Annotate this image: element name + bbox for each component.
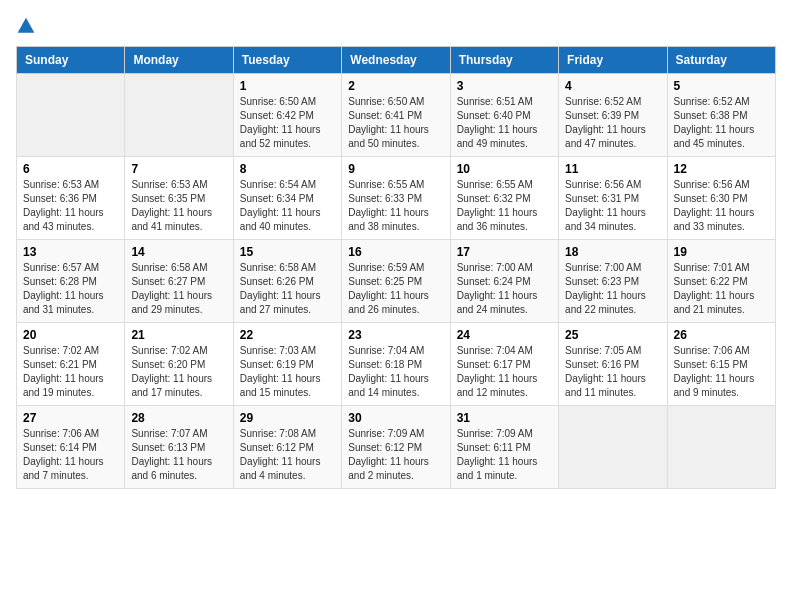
day-info: Sunrise: 7:08 AM Sunset: 6:12 PM Dayligh…	[240, 427, 335, 483]
day-info: Sunrise: 6:57 AM Sunset: 6:28 PM Dayligh…	[23, 261, 118, 317]
calendar-week-5: 27Sunrise: 7:06 AM Sunset: 6:14 PM Dayli…	[17, 406, 776, 489]
day-number: 2	[348, 79, 443, 93]
day-info: Sunrise: 7:03 AM Sunset: 6:19 PM Dayligh…	[240, 344, 335, 400]
day-number: 6	[23, 162, 118, 176]
day-info: Sunrise: 7:07 AM Sunset: 6:13 PM Dayligh…	[131, 427, 226, 483]
calendar-cell: 19Sunrise: 7:01 AM Sunset: 6:22 PM Dayli…	[667, 240, 775, 323]
day-number: 1	[240, 79, 335, 93]
calendar-cell: 12Sunrise: 6:56 AM Sunset: 6:30 PM Dayli…	[667, 157, 775, 240]
weekday-header-sunday: Sunday	[17, 47, 125, 74]
day-info: Sunrise: 6:58 AM Sunset: 6:26 PM Dayligh…	[240, 261, 335, 317]
calendar-cell: 4Sunrise: 6:52 AM Sunset: 6:39 PM Daylig…	[559, 74, 667, 157]
calendar-cell	[667, 406, 775, 489]
calendar-cell: 18Sunrise: 7:00 AM Sunset: 6:23 PM Dayli…	[559, 240, 667, 323]
day-number: 8	[240, 162, 335, 176]
day-number: 20	[23, 328, 118, 342]
day-number: 27	[23, 411, 118, 425]
day-info: Sunrise: 6:50 AM Sunset: 6:41 PM Dayligh…	[348, 95, 443, 151]
logo-icon	[16, 16, 36, 36]
calendar-week-3: 13Sunrise: 6:57 AM Sunset: 6:28 PM Dayli…	[17, 240, 776, 323]
svg-marker-0	[18, 18, 35, 33]
day-number: 29	[240, 411, 335, 425]
day-number: 21	[131, 328, 226, 342]
day-info: Sunrise: 6:52 AM Sunset: 6:39 PM Dayligh…	[565, 95, 660, 151]
day-number: 11	[565, 162, 660, 176]
calendar-cell: 24Sunrise: 7:04 AM Sunset: 6:17 PM Dayli…	[450, 323, 558, 406]
calendar-cell: 22Sunrise: 7:03 AM Sunset: 6:19 PM Dayli…	[233, 323, 341, 406]
page-header	[16, 16, 776, 36]
day-info: Sunrise: 6:54 AM Sunset: 6:34 PM Dayligh…	[240, 178, 335, 234]
day-info: Sunrise: 6:58 AM Sunset: 6:27 PM Dayligh…	[131, 261, 226, 317]
calendar-cell: 3Sunrise: 6:51 AM Sunset: 6:40 PM Daylig…	[450, 74, 558, 157]
day-number: 12	[674, 162, 769, 176]
day-info: Sunrise: 6:52 AM Sunset: 6:38 PM Dayligh…	[674, 95, 769, 151]
calendar-cell	[559, 406, 667, 489]
weekday-header-thursday: Thursday	[450, 47, 558, 74]
calendar-cell: 14Sunrise: 6:58 AM Sunset: 6:27 PM Dayli…	[125, 240, 233, 323]
day-info: Sunrise: 7:01 AM Sunset: 6:22 PM Dayligh…	[674, 261, 769, 317]
day-number: 9	[348, 162, 443, 176]
calendar-cell: 31Sunrise: 7:09 AM Sunset: 6:11 PM Dayli…	[450, 406, 558, 489]
weekday-header-monday: Monday	[125, 47, 233, 74]
day-number: 28	[131, 411, 226, 425]
calendar-cell: 21Sunrise: 7:02 AM Sunset: 6:20 PM Dayli…	[125, 323, 233, 406]
weekday-header-wednesday: Wednesday	[342, 47, 450, 74]
logo	[16, 16, 40, 36]
day-info: Sunrise: 6:56 AM Sunset: 6:31 PM Dayligh…	[565, 178, 660, 234]
day-number: 24	[457, 328, 552, 342]
day-number: 25	[565, 328, 660, 342]
calendar-cell: 30Sunrise: 7:09 AM Sunset: 6:12 PM Dayli…	[342, 406, 450, 489]
day-info: Sunrise: 7:04 AM Sunset: 6:17 PM Dayligh…	[457, 344, 552, 400]
day-info: Sunrise: 6:56 AM Sunset: 6:30 PM Dayligh…	[674, 178, 769, 234]
day-info: Sunrise: 7:04 AM Sunset: 6:18 PM Dayligh…	[348, 344, 443, 400]
day-number: 10	[457, 162, 552, 176]
calendar-cell: 23Sunrise: 7:04 AM Sunset: 6:18 PM Dayli…	[342, 323, 450, 406]
day-info: Sunrise: 7:06 AM Sunset: 6:15 PM Dayligh…	[674, 344, 769, 400]
day-info: Sunrise: 7:09 AM Sunset: 6:11 PM Dayligh…	[457, 427, 552, 483]
day-number: 15	[240, 245, 335, 259]
weekday-header-tuesday: Tuesday	[233, 47, 341, 74]
calendar-cell: 15Sunrise: 6:58 AM Sunset: 6:26 PM Dayli…	[233, 240, 341, 323]
day-info: Sunrise: 7:05 AM Sunset: 6:16 PM Dayligh…	[565, 344, 660, 400]
day-number: 14	[131, 245, 226, 259]
day-number: 18	[565, 245, 660, 259]
day-info: Sunrise: 7:02 AM Sunset: 6:20 PM Dayligh…	[131, 344, 226, 400]
calendar-cell: 10Sunrise: 6:55 AM Sunset: 6:32 PM Dayli…	[450, 157, 558, 240]
calendar-cell: 17Sunrise: 7:00 AM Sunset: 6:24 PM Dayli…	[450, 240, 558, 323]
calendar-cell: 16Sunrise: 6:59 AM Sunset: 6:25 PM Dayli…	[342, 240, 450, 323]
day-number: 13	[23, 245, 118, 259]
day-info: Sunrise: 6:55 AM Sunset: 6:32 PM Dayligh…	[457, 178, 552, 234]
day-info: Sunrise: 6:51 AM Sunset: 6:40 PM Dayligh…	[457, 95, 552, 151]
weekday-header-friday: Friday	[559, 47, 667, 74]
day-number: 16	[348, 245, 443, 259]
calendar-cell: 8Sunrise: 6:54 AM Sunset: 6:34 PM Daylig…	[233, 157, 341, 240]
day-info: Sunrise: 7:00 AM Sunset: 6:23 PM Dayligh…	[565, 261, 660, 317]
day-number: 17	[457, 245, 552, 259]
day-number: 4	[565, 79, 660, 93]
calendar-week-1: 1Sunrise: 6:50 AM Sunset: 6:42 PM Daylig…	[17, 74, 776, 157]
day-info: Sunrise: 7:06 AM Sunset: 6:14 PM Dayligh…	[23, 427, 118, 483]
day-number: 31	[457, 411, 552, 425]
day-info: Sunrise: 7:09 AM Sunset: 6:12 PM Dayligh…	[348, 427, 443, 483]
day-info: Sunrise: 7:02 AM Sunset: 6:21 PM Dayligh…	[23, 344, 118, 400]
calendar-cell: 2Sunrise: 6:50 AM Sunset: 6:41 PM Daylig…	[342, 74, 450, 157]
day-number: 30	[348, 411, 443, 425]
calendar-cell: 20Sunrise: 7:02 AM Sunset: 6:21 PM Dayli…	[17, 323, 125, 406]
calendar-cell: 29Sunrise: 7:08 AM Sunset: 6:12 PM Dayli…	[233, 406, 341, 489]
calendar-cell: 6Sunrise: 6:53 AM Sunset: 6:36 PM Daylig…	[17, 157, 125, 240]
weekday-header-saturday: Saturday	[667, 47, 775, 74]
day-info: Sunrise: 6:55 AM Sunset: 6:33 PM Dayligh…	[348, 178, 443, 234]
calendar-cell: 13Sunrise: 6:57 AM Sunset: 6:28 PM Dayli…	[17, 240, 125, 323]
calendar-cell: 7Sunrise: 6:53 AM Sunset: 6:35 PM Daylig…	[125, 157, 233, 240]
day-number: 3	[457, 79, 552, 93]
day-number: 5	[674, 79, 769, 93]
day-number: 22	[240, 328, 335, 342]
day-number: 7	[131, 162, 226, 176]
calendar-cell: 5Sunrise: 6:52 AM Sunset: 6:38 PM Daylig…	[667, 74, 775, 157]
day-info: Sunrise: 6:50 AM Sunset: 6:42 PM Dayligh…	[240, 95, 335, 151]
calendar-cell: 11Sunrise: 6:56 AM Sunset: 6:31 PM Dayli…	[559, 157, 667, 240]
day-info: Sunrise: 6:53 AM Sunset: 6:35 PM Dayligh…	[131, 178, 226, 234]
day-number: 23	[348, 328, 443, 342]
day-info: Sunrise: 6:59 AM Sunset: 6:25 PM Dayligh…	[348, 261, 443, 317]
calendar-week-4: 20Sunrise: 7:02 AM Sunset: 6:21 PM Dayli…	[17, 323, 776, 406]
